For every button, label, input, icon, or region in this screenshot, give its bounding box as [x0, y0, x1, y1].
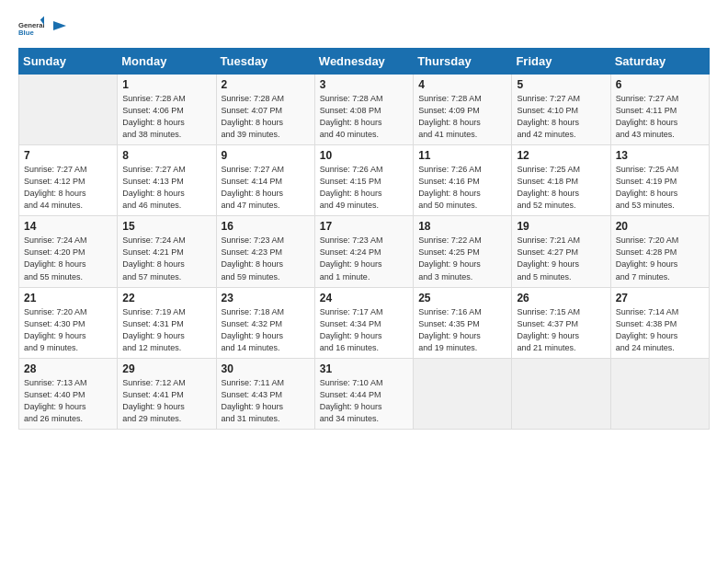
day-number: 9	[222, 149, 310, 162]
day-number: 26	[517, 292, 605, 304]
day-info: Sunrise: 7:27 AM Sunset: 4:13 PM Dayligh…	[122, 164, 210, 212]
calendar-cell: 27Sunrise: 7:14 AM Sunset: 4:38 PM Dayli…	[610, 287, 709, 358]
weekday-friday: Friday	[512, 49, 610, 75]
calendar-cell	[610, 358, 709, 429]
day-number: 15	[122, 220, 210, 233]
day-info: Sunrise: 7:26 AM Sunset: 4:15 PM Dayligh…	[320, 164, 408, 212]
day-info: Sunrise: 7:27 AM Sunset: 4:14 PM Dayligh…	[222, 164, 310, 212]
calendar-cell: 11Sunrise: 7:26 AM Sunset: 4:16 PM Dayli…	[414, 145, 512, 216]
day-info: Sunrise: 7:28 AM Sunset: 4:07 PM Dayligh…	[222, 93, 310, 141]
day-info: Sunrise: 7:10 AM Sunset: 4:44 PM Dayligh…	[320, 377, 408, 425]
weekday-saturday: Saturday	[610, 49, 709, 75]
day-number: 25	[418, 292, 506, 304]
svg-marker-3	[53, 21, 66, 30]
calendar-cell: 24Sunrise: 7:17 AM Sunset: 4:34 PM Dayli…	[314, 287, 413, 358]
day-info: Sunrise: 7:25 AM Sunset: 4:18 PM Dayligh…	[517, 164, 605, 212]
day-info: Sunrise: 7:24 AM Sunset: 4:20 PM Dayligh…	[24, 235, 112, 282]
calendar-cell: 8Sunrise: 7:27 AM Sunset: 4:13 PM Daylig…	[118, 145, 216, 216]
day-number: 13	[616, 149, 704, 162]
day-info: Sunrise: 7:11 AM Sunset: 4:43 PM Dayligh…	[222, 377, 310, 425]
weekday-tuesday: Tuesday	[216, 49, 314, 75]
day-number: 17	[320, 220, 408, 233]
day-info: Sunrise: 7:17 AM Sunset: 4:34 PM Dayligh…	[320, 306, 408, 354]
weekday-thursday: Thursday	[414, 49, 512, 75]
day-number: 19	[517, 220, 605, 233]
calendar-cell: 9Sunrise: 7:27 AM Sunset: 4:14 PM Daylig…	[216, 145, 314, 216]
calendar-cell: 19Sunrise: 7:21 AM Sunset: 4:27 PM Dayli…	[512, 216, 610, 287]
page-header: General Blue	[18, 15, 710, 40]
day-info: Sunrise: 7:12 AM Sunset: 4:41 PM Dayligh…	[122, 377, 210, 425]
day-number: 2	[222, 78, 310, 91]
day-number: 6	[616, 78, 704, 91]
day-number: 3	[320, 78, 408, 91]
day-info: Sunrise: 7:13 AM Sunset: 4:40 PM Dayligh…	[24, 377, 112, 425]
weekday-header-row: SundayMondayTuesdayWednesdayThursdayFrid…	[19, 49, 710, 75]
day-number: 22	[122, 292, 210, 304]
calendar-cell: 1Sunrise: 7:28 AM Sunset: 4:06 PM Daylig…	[118, 75, 216, 145]
calendar-cell: 7Sunrise: 7:27 AM Sunset: 4:12 PM Daylig…	[19, 145, 118, 216]
calendar-cell: 13Sunrise: 7:25 AM Sunset: 4:19 PM Dayli…	[610, 145, 709, 216]
calendar-cell: 21Sunrise: 7:20 AM Sunset: 4:30 PM Dayli…	[19, 287, 118, 358]
day-info: Sunrise: 7:14 AM Sunset: 4:38 PM Dayligh…	[616, 306, 704, 354]
calendar-cell: 25Sunrise: 7:16 AM Sunset: 4:35 PM Dayli…	[414, 287, 512, 358]
calendar-cell: 3Sunrise: 7:28 AM Sunset: 4:08 PM Daylig…	[314, 75, 413, 145]
calendar-body: 1Sunrise: 7:28 AM Sunset: 4:06 PM Daylig…	[19, 75, 710, 430]
day-info: Sunrise: 7:21 AM Sunset: 4:27 PM Dayligh…	[517, 235, 605, 282]
day-info: Sunrise: 7:25 AM Sunset: 4:19 PM Dayligh…	[616, 164, 704, 212]
day-number: 4	[418, 78, 506, 91]
day-info: Sunrise: 7:20 AM Sunset: 4:30 PM Dayligh…	[24, 306, 112, 354]
calendar-table: SundayMondayTuesdayWednesdayThursdayFrid…	[18, 48, 710, 430]
day-number: 5	[517, 78, 605, 91]
day-number: 28	[24, 362, 112, 375]
calendar-cell: 14Sunrise: 7:24 AM Sunset: 4:20 PM Dayli…	[19, 216, 118, 287]
day-info: Sunrise: 7:28 AM Sunset: 4:08 PM Dayligh…	[320, 93, 408, 141]
day-info: Sunrise: 7:27 AM Sunset: 4:11 PM Dayligh…	[616, 93, 704, 141]
day-number: 31	[320, 362, 408, 375]
day-info: Sunrise: 7:22 AM Sunset: 4:25 PM Dayligh…	[418, 235, 506, 282]
calendar-cell: 31Sunrise: 7:10 AM Sunset: 4:44 PM Dayli…	[314, 358, 413, 429]
day-info: Sunrise: 7:23 AM Sunset: 4:23 PM Dayligh…	[222, 235, 310, 282]
day-number: 18	[418, 220, 506, 233]
day-number: 14	[24, 220, 112, 233]
calendar-cell: 23Sunrise: 7:18 AM Sunset: 4:32 PM Dayli…	[216, 287, 314, 358]
day-number: 30	[222, 362, 310, 375]
day-number: 20	[616, 220, 704, 233]
calendar-cell	[414, 358, 512, 429]
calendar-cell: 17Sunrise: 7:23 AM Sunset: 4:24 PM Dayli…	[314, 216, 413, 287]
calendar-cell: 20Sunrise: 7:20 AM Sunset: 4:28 PM Dayli…	[610, 216, 709, 287]
day-number: 11	[418, 149, 506, 162]
calendar-cell: 18Sunrise: 7:22 AM Sunset: 4:25 PM Dayli…	[414, 216, 512, 287]
logo-icon: General Blue	[18, 15, 44, 40]
day-info: Sunrise: 7:24 AM Sunset: 4:21 PM Dayligh…	[122, 235, 210, 282]
calendar-cell: 6Sunrise: 7:27 AM Sunset: 4:11 PM Daylig…	[610, 75, 709, 145]
calendar-cell	[19, 75, 118, 145]
calendar-week-1: 1Sunrise: 7:28 AM Sunset: 4:06 PM Daylig…	[19, 75, 710, 145]
calendar-week-4: 21Sunrise: 7:20 AM Sunset: 4:30 PM Dayli…	[19, 287, 710, 358]
calendar-week-3: 14Sunrise: 7:24 AM Sunset: 4:20 PM Dayli…	[19, 216, 710, 287]
calendar-cell: 30Sunrise: 7:11 AM Sunset: 4:43 PM Dayli…	[216, 358, 314, 429]
day-number: 10	[320, 149, 408, 162]
calendar-cell: 2Sunrise: 7:28 AM Sunset: 4:07 PM Daylig…	[216, 75, 314, 145]
weekday-wednesday: Wednesday	[314, 49, 413, 75]
logo-flag-icon	[50, 19, 66, 36]
calendar-cell: 15Sunrise: 7:24 AM Sunset: 4:21 PM Dayli…	[118, 216, 216, 287]
calendar-cell: 29Sunrise: 7:12 AM Sunset: 4:41 PM Dayli…	[118, 358, 216, 429]
calendar-cell: 22Sunrise: 7:19 AM Sunset: 4:31 PM Dayli…	[118, 287, 216, 358]
weekday-monday: Monday	[118, 49, 216, 75]
calendar-week-2: 7Sunrise: 7:27 AM Sunset: 4:12 PM Daylig…	[19, 145, 710, 216]
svg-text:General: General	[18, 21, 44, 29]
day-number: 1	[122, 78, 210, 91]
calendar-cell: 12Sunrise: 7:25 AM Sunset: 4:18 PM Dayli…	[512, 145, 610, 216]
day-number: 8	[122, 149, 210, 162]
day-number: 21	[24, 292, 112, 304]
day-number: 24	[320, 292, 408, 304]
calendar-cell	[512, 358, 610, 429]
day-number: 12	[517, 149, 605, 162]
day-number: 27	[616, 292, 704, 304]
day-info: Sunrise: 7:28 AM Sunset: 4:09 PM Dayligh…	[418, 93, 506, 141]
day-info: Sunrise: 7:15 AM Sunset: 4:37 PM Dayligh…	[517, 306, 605, 354]
day-info: Sunrise: 7:18 AM Sunset: 4:32 PM Dayligh…	[222, 306, 310, 354]
calendar-cell: 5Sunrise: 7:27 AM Sunset: 4:10 PM Daylig…	[512, 75, 610, 145]
calendar-cell: 4Sunrise: 7:28 AM Sunset: 4:09 PM Daylig…	[414, 75, 512, 145]
day-number: 29	[122, 362, 210, 375]
